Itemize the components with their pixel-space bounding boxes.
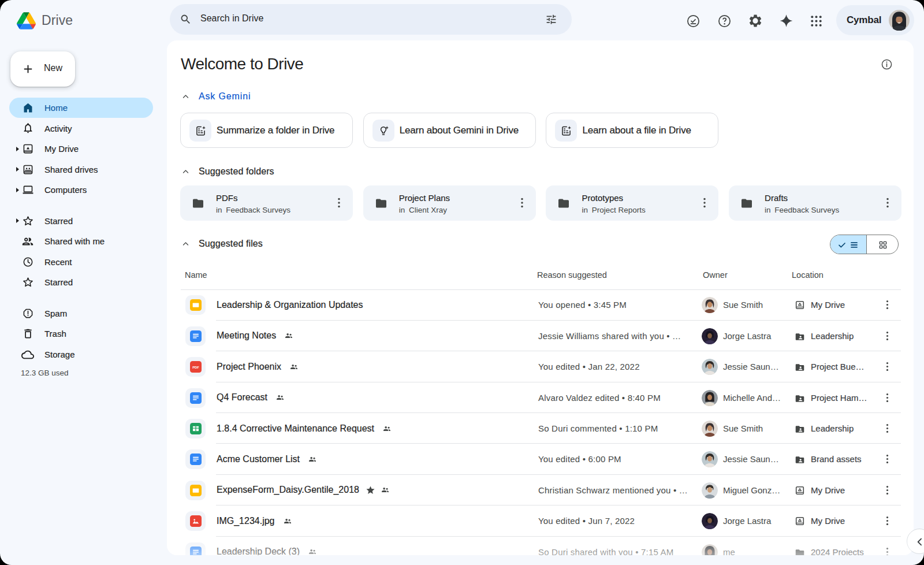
svg-text:PDF: PDF <box>192 366 199 369</box>
